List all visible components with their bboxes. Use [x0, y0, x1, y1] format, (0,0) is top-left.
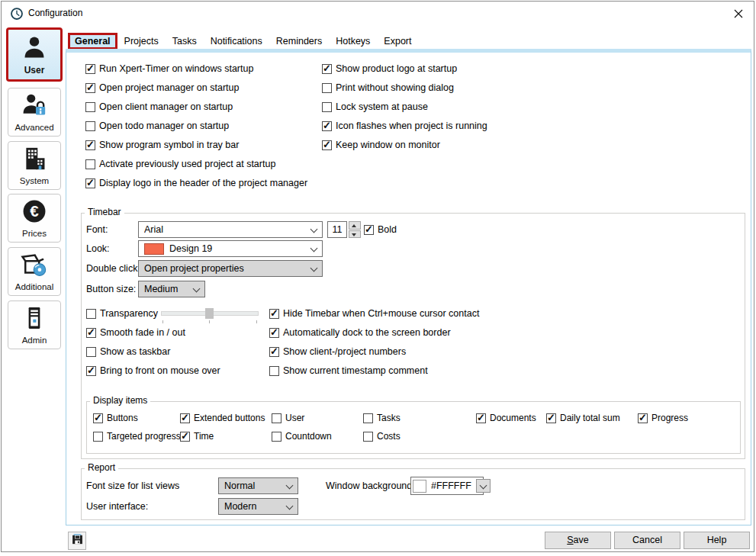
checkbox-row[interactable]: Icon flashes when project is running	[322, 120, 487, 132]
checkbox-row[interactable]: Time	[180, 430, 214, 442]
checkbox-label: Buttons	[107, 413, 138, 424]
save-button[interactable]: Save	[545, 532, 611, 549]
checkbox-row[interactable]: Transparency	[86, 307, 158, 320]
checkbox[interactable]	[180, 413, 190, 423]
list-font-size-select[interactable]: Normal	[218, 477, 298, 494]
checkbox[interactable]	[85, 159, 95, 169]
checkbox[interactable]	[272, 432, 281, 442]
spin-down-button[interactable]	[349, 230, 361, 239]
checkbox[interactable]	[546, 413, 556, 423]
sidebar-item-prices[interactable]: € Prices	[8, 194, 61, 243]
spin-up-button[interactable]	[349, 221, 361, 230]
checkbox-row[interactable]: Show current timestamp comment	[269, 365, 428, 377]
checkbox[interactable]	[322, 64, 332, 74]
tab-general[interactable]: General	[68, 33, 117, 50]
checkbox[interactable]	[85, 178, 95, 188]
checkbox-row[interactable]: Show program symbol in tray bar	[85, 139, 239, 151]
checkbox-row[interactable]: Documents	[476, 412, 536, 424]
checkbox-row[interactable]: Print without showing dialog	[322, 82, 454, 94]
checkbox-label: Automatically dock to the screen border	[283, 327, 451, 339]
checkbox-row[interactable]: Extended buttons	[180, 412, 265, 424]
checkbox[interactable]	[269, 347, 279, 357]
checkbox[interactable]	[322, 83, 332, 93]
checkbox-row[interactable]: Lock system at pause	[322, 101, 428, 113]
checkbox-row[interactable]: Display logo in the header of the projec…	[85, 177, 307, 189]
checkbox[interactable]	[269, 328, 279, 338]
tab-reminders[interactable]: Reminders	[269, 33, 329, 50]
checkbox-label: Countdown	[285, 431, 332, 442]
checkbox-row[interactable]: Tasks	[363, 412, 401, 424]
checkbox[interactable]	[363, 413, 373, 423]
checkbox-row[interactable]: Open client manager on startup	[85, 101, 233, 113]
checkbox-row[interactable]: Hide Timebar when Ctrl+mouse cursor cont…	[269, 307, 479, 320]
checkbox-row[interactable]: Automatically dock to the screen border	[269, 326, 451, 339]
checkbox[interactable]	[93, 432, 103, 442]
checkbox[interactable]	[85, 121, 95, 131]
button-size-select[interactable]: Medium	[138, 281, 205, 297]
checkbox-row[interactable]: Bring to front on mouse over	[86, 365, 220, 377]
tab-tasks[interactable]: Tasks	[166, 33, 204, 50]
tab-notifications[interactable]: Notifications	[204, 33, 269, 50]
checkbox-row[interactable]: Smooth fade in / out	[86, 326, 185, 339]
checkbox-row[interactable]: Activate previously used project at star…	[85, 158, 275, 170]
transparency-slider[interactable]	[161, 307, 259, 322]
checkbox[interactable]	[85, 83, 95, 93]
checkbox[interactable]	[93, 413, 103, 423]
checkbox-row[interactable]: Targeted progress	[93, 430, 181, 442]
checkbox[interactable]	[86, 309, 96, 319]
font-size-input[interactable]: 11	[327, 221, 347, 238]
checkbox[interactable]	[363, 432, 373, 442]
tab-export[interactable]: Export	[377, 33, 418, 50]
checkbox-row[interactable]: Countdown	[272, 430, 332, 442]
font-select[interactable]: Arial	[138, 221, 323, 238]
checkbox[interactable]	[322, 140, 332, 150]
checkbox[interactable]	[85, 64, 95, 74]
chevron-down-icon	[310, 265, 318, 273]
checkbox[interactable]	[269, 309, 279, 319]
look-select[interactable]: Design 19	[138, 240, 323, 257]
sidebar-item-user[interactable]: User	[6, 27, 63, 82]
tab-projects[interactable]: Projects	[117, 33, 166, 50]
double-click-select[interactable]: Open project properties	[138, 260, 323, 277]
sidebar-item-system[interactable]: System	[8, 141, 61, 190]
checkbox[interactable]	[180, 432, 190, 442]
checkbox-row[interactable]: Open todo manager on startup	[85, 120, 229, 132]
user-interface-select[interactable]: Modern	[218, 498, 298, 515]
save-settings-button[interactable]	[68, 532, 86, 550]
checkbox-row[interactable]: Keep window on monitor	[322, 139, 440, 151]
checkbox[interactable]	[322, 121, 332, 131]
cancel-button[interactable]: Cancel	[614, 532, 680, 549]
checkbox-row[interactable]: Buttons	[93, 412, 138, 424]
bold-checkbox-row[interactable]: Bold	[364, 223, 397, 236]
checkbox-row[interactable]: Show as taskbar	[86, 345, 170, 358]
window-background-picker[interactable]: #FFFFFF	[410, 477, 484, 495]
checkbox[interactable]	[85, 140, 95, 150]
sidebar-item-additional[interactable]: Additional	[8, 247, 61, 296]
checkbox[interactable]	[86, 347, 96, 357]
checkbox[interactable]	[86, 328, 96, 338]
checkbox[interactable]	[269, 366, 279, 376]
checkbox-row[interactable]: Show product logo at startup	[322, 63, 457, 75]
sidebar-item-admin[interactable]: Admin	[8, 300, 61, 349]
checkbox[interactable]	[272, 413, 281, 423]
close-icon[interactable]	[732, 7, 745, 21]
color-dropdown-button[interactable]	[476, 479, 491, 493]
help-button[interactable]: Help	[684, 532, 750, 549]
checkbox-row[interactable]: Run Xpert-Timer on windows startup	[85, 63, 253, 75]
checkbox-row[interactable]: Open project manager on startup	[85, 82, 239, 94]
checkbox-label: Smooth fade in / out	[100, 327, 185, 339]
tab-hotkeys[interactable]: Hotkeys	[329, 33, 377, 50]
checkbox-row[interactable]: Costs	[363, 430, 401, 442]
checkbox[interactable]	[364, 225, 374, 235]
checkbox-row[interactable]: Progress	[638, 412, 688, 424]
checkbox[interactable]	[638, 413, 648, 423]
checkbox-row[interactable]: Daily total sum	[546, 412, 620, 424]
slider-thumb[interactable]	[205, 308, 214, 319]
checkbox[interactable]	[322, 102, 332, 112]
checkbox[interactable]	[476, 413, 486, 423]
checkbox[interactable]	[86, 366, 96, 376]
checkbox-row[interactable]: User	[272, 412, 304, 424]
checkbox-row[interactable]: Show client-/project numbers	[269, 345, 406, 358]
checkbox[interactable]	[85, 102, 95, 112]
sidebar-item-advanced[interactable]: Advanced	[8, 88, 61, 137]
